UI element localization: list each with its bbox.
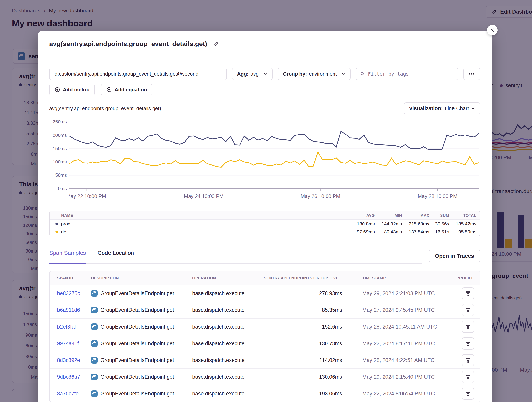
visualization-dropdown[interactable]: Visualization: Line Chart [404,102,480,114]
active-tab-underline [49,263,86,264]
chart-title: avg(sentry.api.endpoints.group_event_det… [49,105,161,111]
x-axis-tick: May 22 10:00 PM [70,193,106,199]
span-timestamp: May 28, 2024 10:45:11 AM UTC [348,324,449,330]
python-icon [91,340,98,347]
aggregation-dropdown[interactable]: Agg: avg [232,68,273,80]
span-duration: 114.02ms [262,357,348,363]
span-operation: base.dispatch.execute [192,374,262,380]
profile-button[interactable] [462,388,474,400]
series-sum: 16.51s [429,229,449,235]
y-axis-tick: 150ms [53,146,67,151]
add-metric-button[interactable]: Add metric [49,84,95,95]
x-axis-tick: May 28 10:00 PM [418,193,457,199]
span-id-link[interactable]: b2ef3faf [57,324,91,330]
span-description: GroupEventDetailsEndpoint.get [100,340,174,346]
summary-row[interactable]: de97.69ms80.43ms137.54ms16.51s95.59ms [50,228,480,236]
search-icon [360,71,365,76]
summary-header-row: NAME AVG MIN MAX SUM TOTAL [50,211,480,220]
span-id-link[interactable]: b6a911d6 [57,307,91,313]
span-timestamp: May 27, 2024 9:45:45 PM UTC [348,307,449,313]
span-id-link[interactable]: 8a75c7fe [57,391,91,397]
profile-button[interactable] [462,304,474,316]
span-description: GroupEventDetailsEndpoint.get [100,324,174,330]
span-operation: base.dispatch.execute [192,391,262,397]
tab-divider [49,263,422,264]
span-sample-row[interactable]: be83275cGroupEventDetailsEndpoint.getbas… [50,285,480,302]
span-description: GroupEventDetailsEndpoint.get [100,374,174,380]
series-total: 95.59ms [449,229,476,235]
span-id-link[interactable]: 8d3c892e [57,357,91,363]
series-name: de [61,229,66,235]
profile-button[interactable] [462,337,474,350]
span-sample-row[interactable]: b6a911d6GroupEventDetailsEndpoint.getbas… [50,302,480,318]
span-sample-row[interactable]: 8d3c892eGroupEventDetailsEndpoint.getbas… [50,352,480,368]
filter-placeholder: Filter by tags [368,71,409,77]
python-icon [91,357,98,364]
y-axis-tick: 50ms [55,173,67,178]
span-timestamp: May 29, 2024 2:15:40 PM UTC [348,374,449,380]
series-summary-table: NAME AVG MIN MAX SUM TOTAL prod180.8ms14… [49,211,480,236]
filter-by-tags-input[interactable]: Filter by tags [356,68,458,80]
summary-row[interactable]: prod180.8ms144.92ms215.68ms30.56s185.42m… [50,220,480,228]
series-max: 137.54ms [402,229,429,235]
series-total: 185.42ms [449,221,476,227]
python-icon [91,307,98,313]
span-duration: 130.73ms [262,340,348,346]
tab-span-samples[interactable]: Span Samples [49,250,86,262]
chevron-down-icon [471,106,475,111]
series-color-dot [56,223,58,225]
plus-circle-icon [55,87,60,92]
span-id-link[interactable]: 9974a41f [57,340,91,346]
overflow-menu-button[interactable]: ⋯ [463,68,480,80]
series-name: prod [61,221,70,227]
series-avg: 180.8ms [346,221,375,227]
span-timestamp: May 28, 2024 4:22:51 AM UTC [348,357,449,363]
profile-button[interactable] [462,287,474,299]
metric-line-chart: 250ms200ms150ms100ms50ms0ms May 22 10:00… [49,122,480,200]
chevron-down-icon [263,72,267,76]
add-equation-button[interactable]: Add equation [101,84,152,95]
span-operation: base.dispatch.execute [192,340,262,346]
python-icon [91,374,98,380]
metric-details-modal: avg(sentry.api.endpoints.group_event_det… [38,31,492,402]
groupby-dropdown[interactable]: Group by: environment [278,68,351,80]
span-sample-row[interactable]: 9dbc86a7GroupEventDetailsEndpoint.getbas… [50,368,480,385]
span-description: GroupEventDetailsEndpoint.get [100,391,174,397]
span-description: GroupEventDetailsEndpoint.get [100,291,174,297]
modal-title: avg(sentry.api.endpoints.group_event_det… [49,40,207,48]
python-icon [91,390,98,397]
profile-button[interactable] [462,371,474,383]
profile-button[interactable] [462,321,474,333]
series-min: 144.92ms [375,221,402,227]
y-axis-tick: 250ms [53,119,67,125]
span-operation: base.dispatch.execute [192,307,262,313]
span-id-link[interactable]: 9dbc86a7 [57,374,91,380]
chevron-down-icon [341,72,346,76]
python-icon [91,323,98,330]
detail-tabs: Span Samples Code Location [49,250,480,262]
span-timestamp: May 29, 2024 2:21:03 PM UTC [348,291,449,297]
close-button[interactable] [487,25,498,35]
span-operation: base.dispatch.execute [192,291,262,297]
span-id-link[interactable]: be83275c [57,291,91,297]
span-duration: 278.93ms [262,291,348,297]
span-operation: base.dispatch.execute [192,324,262,330]
span-sample-row[interactable]: b2ef3fafGroupEventDetailsEndpoint.getbas… [50,318,480,335]
span-timestamp: May 22, 2024 8:17:41 PM UTC [348,340,449,346]
tab-code-location[interactable]: Code Location [98,250,134,262]
span-sample-row[interactable]: 8a75c7feGroupEventDetailsEndpoint.getbas… [50,385,480,402]
span-description: GroupEventDetailsEndpoint.get [100,357,174,363]
profile-button[interactable] [462,354,474,366]
metric-query-input[interactable]: d:custom/sentry.api.endpoints.group_even… [49,68,227,80]
span-operation: base.dispatch.execute [192,357,262,363]
python-icon [91,290,98,297]
span-duration: 152.6ms [262,324,348,330]
y-axis-tick: 200ms [53,133,67,138]
y-axis-tick: 0ms [58,186,67,191]
edit-title-pencil-icon[interactable] [213,41,219,47]
span-sample-row[interactable]: 9974a41fGroupEventDetailsEndpoint.getbas… [50,335,480,352]
open-in-traces-button[interactable]: Open in Traces [429,250,480,262]
close-icon [490,28,495,33]
span-samples-table: SPAN ID DESCRIPTION OPERATION SENTRY.API… [49,271,480,402]
series-color-dot [56,230,58,233]
